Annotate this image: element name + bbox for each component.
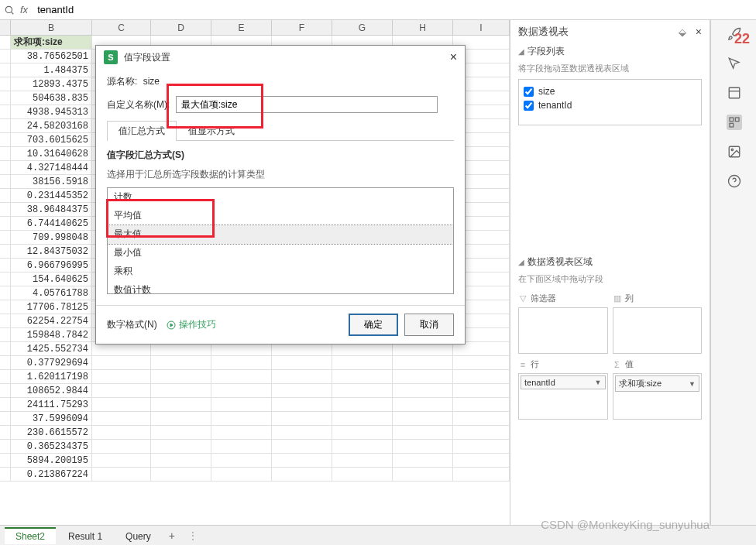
source-name-label: 源名称: (107, 75, 137, 88)
field-checkbox-size[interactable] (524, 87, 534, 97)
svg-point-0 (5, 6, 12, 12)
column-drop-area[interactable] (613, 307, 703, 354)
data-cell[interactable]: 4.05761788 (11, 286, 92, 300)
svg-rect-5 (735, 118, 739, 122)
value-chip-size[interactable]: 求和项:size▼ (615, 375, 700, 392)
data-cell[interactable]: 4.327148444 (11, 161, 92, 174)
data-cell[interactable]: 709.998048 (11, 231, 92, 244)
data-cell[interactable]: 17706.78125 (11, 300, 92, 314)
sheet-tab-result1[interactable]: Result 1 (57, 527, 113, 544)
svg-rect-4 (730, 118, 734, 122)
data-cell[interactable]: 159848.7842 (11, 328, 92, 341)
custom-name-label: 自定义名称(M): (107, 98, 170, 111)
field-checkbox-tenantid[interactable] (524, 101, 534, 111)
sheet-tab-query[interactable]: Query (115, 527, 162, 544)
sheet-tabs-bar: Sheet2 Result 1 Query + ⋮ (0, 525, 756, 545)
filter-icon: ▽ (518, 294, 527, 303)
col-header-corner[interactable] (0, 20, 11, 35)
data-cell[interactable]: 6.744140625 (11, 217, 92, 230)
data-cell[interactable]: 108652.9844 (11, 384, 92, 397)
data-cell[interactable]: 0.365234375 (11, 440, 92, 453)
calculation-type-list[interactable]: 计数平均值最大值最小值乘积数值计数 (107, 187, 454, 294)
data-cell[interactable]: 154.640625 (11, 272, 92, 286)
data-cell[interactable]: 230.6615572 (11, 426, 92, 439)
calc-option[interactable]: 平均值 (108, 207, 453, 225)
data-cell[interactable]: 12893.4375 (11, 77, 92, 91)
data-cell[interactable]: 1.620117198 (11, 370, 92, 383)
data-cell[interactable]: 62254.22754 (11, 314, 92, 327)
ok-button[interactable]: 确定 (349, 314, 398, 336)
column-icon: ▥ (613, 294, 622, 303)
chevron-down-icon: ▼ (595, 379, 602, 386)
dialog-close-icon[interactable]: × (450, 50, 457, 64)
col-header-g[interactable]: G (332, 20, 393, 35)
data-cell[interactable]: 12.84375032 (11, 245, 92, 258)
panel-close-icon[interactable]: × (696, 26, 702, 38)
pin-icon[interactable]: ⬙ (679, 26, 686, 38)
pivot-area-header: 数据透视表区域 (527, 255, 593, 269)
calc-option[interactable]: 乘积 (108, 262, 453, 281)
data-cell[interactable]: 38156.5918 (11, 175, 92, 188)
data-cell[interactable]: 24.58203168 (11, 119, 92, 132)
data-cell[interactable]: 6.966796995 (11, 259, 92, 272)
help-icon[interactable] (727, 173, 742, 189)
data-cell[interactable]: 504638.835 (11, 91, 92, 105)
field-item-tenantid[interactable]: tenantId (524, 98, 696, 112)
col-header-c[interactable]: C (92, 20, 151, 35)
image-icon[interactable] (727, 144, 742, 159)
format-icon[interactable] (727, 85, 742, 101)
col-header-e[interactable]: E (211, 20, 272, 35)
calc-option[interactable]: 最小值 (108, 244, 453, 262)
pointer-icon[interactable] (727, 56, 742, 71)
tab-summary-method[interactable]: 值汇总方式 (107, 121, 177, 141)
dialog-title: 值字段设置 (124, 51, 170, 64)
calc-option[interactable]: 数值计数 (108, 281, 453, 294)
summary-method-hint: 选择用于汇总所选字段数据的计算类型 (107, 168, 454, 181)
tab-display-method[interactable]: 值显示方式 (177, 121, 246, 141)
data-cell[interactable]: 37.5996094 (11, 412, 92, 425)
data-cell[interactable]: 5894.200195 (11, 454, 92, 467)
fx-label[interactable]: fx (20, 4, 28, 15)
value-field-settings-dialog: S 值字段设置 × 源名称: size 自定义名称(M): 值汇总方式 值显示方… (95, 45, 466, 344)
col-header-i[interactable]: I (453, 20, 510, 35)
pivot-icon[interactable] (727, 115, 742, 130)
dialog-titlebar[interactable]: S 值字段设置 × (96, 46, 465, 69)
row-drop-area[interactable]: tenantId▼ (518, 373, 608, 420)
data-cell[interactable]: 1.484375 (11, 63, 92, 77)
data-cell[interactable]: 38.76562501 (11, 50, 92, 63)
tips-button[interactable]: 操作技巧 (167, 318, 216, 331)
search-icon[interactable] (3, 4, 15, 16)
col-header-f[interactable]: F (272, 20, 332, 35)
data-cell[interactable]: 38.96484375 (11, 203, 92, 216)
calc-option[interactable]: 最大值 (108, 225, 453, 244)
sheet-tab-sheet2[interactable]: Sheet2 (5, 527, 56, 544)
cancel-button[interactable]: 取消 (404, 314, 454, 336)
column-headers: B C D E F G H I (0, 20, 510, 36)
field-list[interactable]: size tenantId (518, 79, 702, 125)
data-cell[interactable]: 1425.552734 (11, 342, 92, 355)
row-chip-tenantid[interactable]: tenantId▼ (521, 375, 606, 389)
add-sheet-button[interactable]: + (163, 530, 180, 542)
formula-input[interactable] (33, 2, 451, 18)
data-cell[interactable]: 0.231445352 (11, 189, 92, 202)
data-cell[interactable]: 24111.75293 (11, 398, 92, 411)
summary-method-label: 值字段汇总方式(S) (107, 149, 454, 162)
col-header-d[interactable]: D (151, 20, 211, 35)
pivot-table-panel: 数据透视表 ⬙ × ◢字段列表 将字段拖动至数据透视表区域 size tenan… (510, 20, 710, 525)
filter-area-label: 筛选器 (531, 293, 556, 304)
number-format-button[interactable]: 数字格式(N) (107, 318, 157, 331)
data-cell[interactable]: 4938.945313 (11, 105, 92, 118)
col-header-h[interactable]: H (393, 20, 453, 35)
col-header-b[interactable]: B (11, 20, 92, 35)
data-cell[interactable]: 0.213867224 (11, 468, 92, 481)
value-drop-area[interactable]: 求和项:size▼ (613, 373, 703, 420)
calc-option[interactable]: 计数 (108, 188, 453, 207)
data-cell[interactable]: 0.377929694 (11, 356, 92, 369)
filter-drop-area[interactable] (518, 307, 608, 354)
more-sheets-icon[interactable]: ⋮ (188, 530, 198, 541)
data-cell[interactable]: 10.31640628 (11, 147, 92, 160)
field-item-size[interactable]: size (524, 84, 696, 98)
data-cell[interactable]: 703.6015625 (11, 133, 92, 146)
pivot-header[interactable]: 求和项:size (11, 36, 92, 49)
custom-name-input[interactable] (176, 96, 438, 113)
